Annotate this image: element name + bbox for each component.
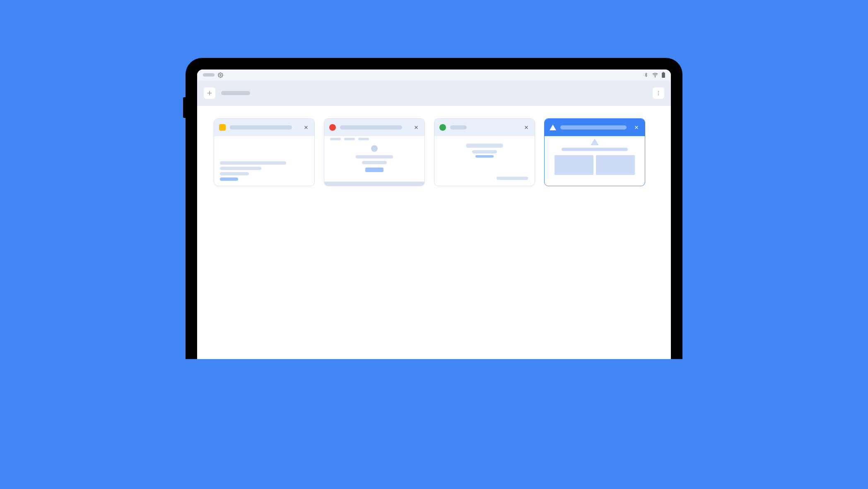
preview-logo-icon	[591, 139, 599, 145]
preview-line	[356, 155, 393, 158]
preview-footer	[324, 182, 424, 186]
more-menu-button[interactable]	[653, 87, 664, 99]
svg-point-1	[655, 77, 655, 77]
toolbar-label-placeholder	[221, 91, 250, 95]
preview-line	[220, 172, 249, 175]
preview-nav	[358, 138, 369, 140]
preview-link	[220, 177, 238, 181]
tab-title-placeholder	[230, 125, 292, 129]
preview-line	[220, 167, 261, 170]
preview-line	[362, 161, 387, 164]
tab-card-header	[324, 119, 424, 136]
tab-title-placeholder	[340, 125, 402, 129]
tab-title-placeholder	[560, 125, 627, 129]
tab-card-header	[434, 119, 535, 136]
tab-preview	[214, 136, 314, 186]
tab-card[interactable]	[214, 118, 315, 186]
tab-overview-grid	[197, 106, 671, 199]
settings-icon	[218, 72, 223, 78]
status-bar	[197, 70, 671, 80]
status-pill	[203, 73, 215, 77]
preview-line	[220, 161, 286, 165]
favicon-icon	[439, 124, 446, 131]
browser-toolbar	[197, 80, 671, 106]
svg-rect-3	[662, 73, 665, 78]
close-tab-button[interactable]	[303, 124, 309, 131]
preview-line	[466, 144, 503, 148]
favicon-icon	[550, 125, 556, 130]
preview-nav	[344, 138, 355, 140]
preview-block	[555, 155, 593, 175]
preview-avatar-icon	[371, 145, 378, 152]
tab-card-active[interactable]	[544, 118, 645, 186]
tab-card[interactable]	[434, 118, 535, 186]
close-tab-button[interactable]	[413, 124, 420, 131]
preview-nav	[330, 138, 341, 140]
favicon-icon	[219, 124, 226, 131]
tablet-frame	[186, 58, 682, 359]
tab-title-placeholder	[450, 125, 467, 129]
svg-point-0	[220, 74, 221, 75]
favicon-icon	[329, 124, 336, 131]
tablet-screen	[197, 70, 671, 359]
svg-rect-2	[663, 72, 664, 73]
preview-line	[562, 148, 628, 151]
preview-line	[497, 177, 528, 180]
new-tab-button[interactable]	[204, 87, 215, 99]
tablet-side-button	[183, 97, 186, 118]
tab-preview	[324, 136, 424, 186]
preview-block	[596, 155, 635, 175]
svg-point-6	[658, 91, 659, 92]
tab-card[interactable]	[324, 118, 425, 186]
battery-icon	[662, 72, 665, 78]
svg-point-7	[658, 93, 659, 93]
preview-line	[472, 150, 497, 153]
wifi-icon	[652, 72, 658, 78]
close-tab-button[interactable]	[633, 124, 640, 131]
close-tab-button[interactable]	[523, 124, 530, 131]
tab-card-header	[545, 119, 645, 136]
tab-card-header	[214, 119, 314, 136]
tab-preview	[545, 136, 645, 186]
bluetooth-icon	[644, 72, 649, 78]
svg-point-8	[658, 94, 659, 95]
preview-link	[475, 155, 494, 158]
tab-preview	[434, 136, 535, 186]
preview-button	[365, 168, 383, 172]
